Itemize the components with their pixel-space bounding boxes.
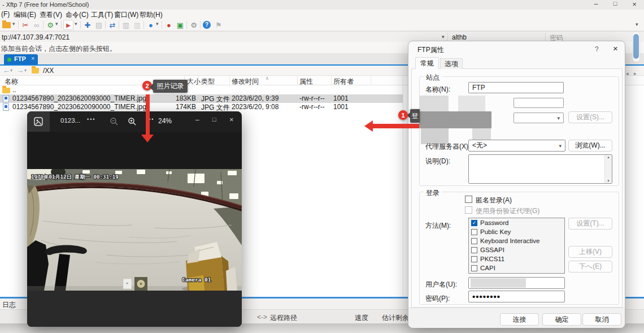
- status-speed: 速度: [355, 313, 368, 323]
- login-tooltip: 登: [410, 109, 420, 123]
- port-input[interactable]: [514, 98, 564, 108]
- forward-caret-icon[interactable]: ▾: [24, 68, 27, 73]
- browse-button[interactable]: 浏览(W)...: [568, 140, 612, 152]
- description-textarea[interactable]: ▲ ▼: [468, 154, 612, 184]
- close-button[interactable]: ×: [628, 0, 641, 9]
- dialog-password-input[interactable]: ••••••••: [468, 291, 565, 302]
- tab-ftp[interactable]: FTP ×: [4, 54, 38, 64]
- session-properties-icon[interactable]: ⚙: [45, 20, 55, 30]
- address-input[interactable]: tp://47.107.39.47:7021: [2, 33, 69, 41]
- back-caret-icon[interactable]: ▾: [10, 68, 12, 73]
- forward-icon[interactable]: →: [16, 66, 24, 75]
- table-row[interactable]: 01234567890_20230620093000_TIMER.jpg 183…: [0, 94, 403, 103]
- file-name: 01234567890_20230620090000_TIMER.jpg: [12, 103, 146, 111]
- sort-indicator-icon: ∧: [266, 76, 269, 81]
- connect-label: 连接: [513, 315, 526, 325]
- username-input[interactable]: althb: [452, 33, 467, 41]
- scroll-down-icon[interactable]: ▼: [607, 179, 610, 183]
- anonymous-checkbox[interactable]: [465, 196, 472, 203]
- col-type[interactable]: 类型: [201, 77, 215, 87]
- address-caret-icon[interactable]: ▾: [442, 34, 445, 40]
- method-checkbox[interactable]: [471, 265, 477, 271]
- move-up-button[interactable]: 上移(V): [568, 246, 612, 258]
- titlebar: - Xftp 7 (Free for Home/School) – □ ×: [0, 0, 644, 10]
- method-settings-button[interactable]: 设置(T)...: [568, 218, 612, 230]
- method-item[interactable]: Keyboard Interactive: [469, 236, 564, 245]
- path-input[interactable]: /XX: [43, 67, 54, 75]
- site-settings-button[interactable]: 设置(S)...: [568, 111, 612, 123]
- xshell-icon[interactable]: ●: [164, 20, 174, 30]
- method-item-label: Public Key: [480, 228, 511, 235]
- run-caret-icon[interactable]: ▾: [75, 21, 77, 27]
- new-session-folder-icon[interactable]: [2, 22, 11, 28]
- zoom-out-icon: [110, 117, 119, 128]
- back-icon[interactable]: ←: [3, 66, 10, 75]
- proxy-dropdown[interactable]: <无> ▾: [468, 140, 565, 152]
- new-session-caret-icon[interactable]: ▾: [12, 21, 15, 27]
- tab-close-icon[interactable]: ×: [31, 55, 34, 62]
- method-checkbox-checked[interactable]: ✓: [471, 220, 477, 226]
- connect-button[interactable]: 连接: [500, 313, 539, 326]
- protocol-dropdown[interactable]: ▾: [514, 113, 564, 123]
- parent-dir-row[interactable]: ..: [0, 86, 403, 94]
- col-owner[interactable]: 所有者: [333, 77, 354, 87]
- transfer-icon[interactable]: ⇄: [107, 20, 118, 30]
- move-down-button[interactable]: 下へ(E): [568, 261, 612, 273]
- toolbar-overflow-caret-icon[interactable]: ▾: [636, 21, 638, 27]
- site-name-input[interactable]: FTP: [468, 82, 564, 93]
- table-row[interactable]: 01234567890_20230620090000_TIMER.jpg 174…: [0, 103, 403, 111]
- method-item[interactable]: GSSAPI: [469, 245, 564, 254]
- settings-gear-icon[interactable]: ⚙: [189, 20, 199, 30]
- tab-status-dot-icon: [7, 58, 11, 62]
- method-item[interactable]: CAPI: [469, 263, 564, 273]
- method-item[interactable]: ✓ Password: [469, 218, 564, 227]
- disconnect-icon[interactable]: ✂: [20, 20, 31, 30]
- tab-general[interactable]: 常规: [415, 57, 439, 69]
- col-mtime[interactable]: 修改时间: [232, 77, 259, 87]
- zoom-in-icon[interactable]: [128, 117, 137, 128]
- viewer-restore-button[interactable]: □: [212, 116, 216, 123]
- scrollbar-thumb[interactable]: [633, 34, 639, 59]
- dialog-help-button[interactable]: ?: [595, 45, 599, 53]
- anonymous-label[interactable]: 匿名登录(A): [476, 196, 512, 205]
- method-checkbox[interactable]: [471, 229, 477, 235]
- menu-file[interactable]: (F): [1, 10, 10, 18]
- method-item[interactable]: Public Key: [469, 227, 564, 236]
- new-file-icon[interactable]: ✚: [82, 20, 93, 30]
- method-listbox[interactable]: ✓ Password Public Key Keyboard Interacti…: [468, 218, 565, 274]
- method-checkbox[interactable]: [471, 247, 477, 253]
- col-name[interactable]: 名称: [5, 77, 18, 87]
- transfer-arrows-icon: <->: [257, 313, 267, 321]
- help-icon[interactable]: ?: [203, 21, 211, 29]
- method-item[interactable]: PKCS11: [469, 254, 564, 263]
- method-checkbox[interactable]: [471, 256, 477, 262]
- method-checkbox[interactable]: [471, 238, 477, 244]
- restore-button[interactable]: □: [609, 0, 621, 9]
- web-icon[interactable]: ●: [146, 20, 156, 30]
- viewer-menu-dots-icon[interactable]: •••: [87, 116, 95, 122]
- viewer-minimize-button[interactable]: –: [195, 116, 199, 124]
- jpg-file-icon: [3, 103, 9, 111]
- tab-options[interactable]: 选项: [440, 58, 463, 69]
- minimize-button[interactable]: –: [590, 0, 602, 9]
- red-arrow-left-shaft: [373, 124, 419, 128]
- run-icon[interactable]: ▶: [63, 20, 73, 30]
- scroll-up-icon[interactable]: ▲: [607, 155, 610, 159]
- textarea-scrollbar[interactable]: ▲ ▼: [604, 155, 612, 183]
- cancel-button[interactable]: 取消: [582, 313, 621, 326]
- proxy-value: <无>: [472, 141, 487, 150]
- col-perm[interactable]: 属性: [299, 77, 313, 87]
- dialog-close-button[interactable]: ×: [613, 44, 618, 53]
- viewer-close-button[interactable]: ×: [229, 115, 234, 124]
- ok-button[interactable]: 确定: [542, 313, 581, 326]
- file-perm: -rw-r--r--: [299, 103, 325, 111]
- site-group-label: 站点: [424, 73, 442, 83]
- step-2-number: 2: [145, 83, 149, 89]
- photo-timestamp-overlay: 1970年01月12日 星期一 00:31:19: [31, 174, 119, 180]
- properties-caret-icon[interactable]: ▾: [55, 21, 58, 27]
- method-label: 方法(M):: [425, 221, 451, 231]
- photo-image: 1970年01月12日 星期一 00:31:19 Camera 01: [27, 169, 242, 291]
- ok-label: 确定: [555, 315, 569, 325]
- web-caret-icon[interactable]: ▾: [156, 21, 159, 27]
- xftp-icon[interactable]: ▣: [175, 20, 185, 30]
